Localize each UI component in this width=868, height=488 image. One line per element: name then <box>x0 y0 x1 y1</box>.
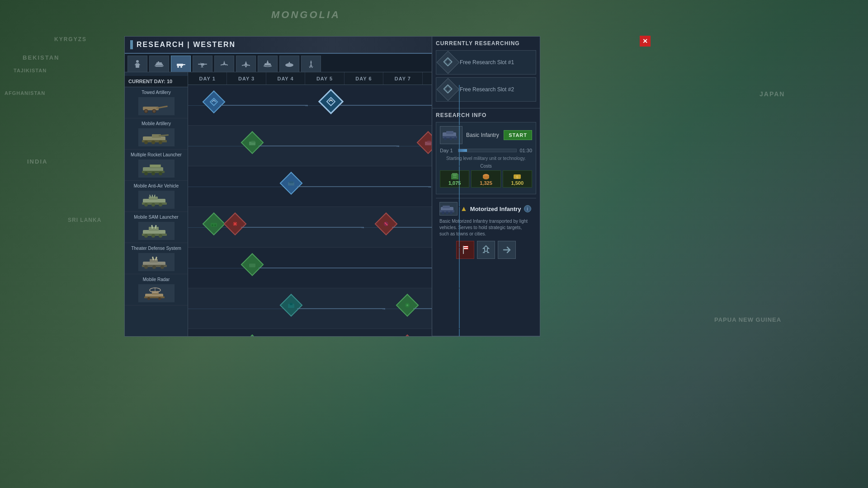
close-button[interactable]: ✕ <box>640 36 651 47</box>
map-label-mongolia: MONGOLIA <box>271 9 340 21</box>
sidebar-item-maav[interactable]: Mobile Anti-Air Vehicle <box>125 181 188 212</box>
svg-rect-152 <box>464 246 468 247</box>
cost-fuel-value: 1,325 <box>480 180 492 186</box>
svg-point-78 <box>151 234 155 238</box>
map-label-sri-lanka: SRI LANKA <box>68 217 101 223</box>
rank-icon: ▲ <box>460 205 467 213</box>
svg-point-93 <box>147 297 150 300</box>
day-header-3: DAY 3 <box>227 72 266 84</box>
sidebar-item-mrl[interactable]: Multiple Rocket Launcher <box>125 150 188 181</box>
svg-point-69 <box>144 203 148 206</box>
day-header-7: DAY 7 <box>383 72 422 84</box>
research-slot-1[interactable]: Free Research Slot #1 <box>436 50 536 75</box>
start-research-button[interactable]: START <box>504 130 532 140</box>
svg-rect-73 <box>149 227 159 231</box>
tech-node-ta-active[interactable] <box>318 89 344 114</box>
svg-point-94 <box>158 297 161 300</box>
svg-marker-33 <box>245 66 247 67</box>
svg-rect-25 <box>201 67 203 67</box>
tech-node-ta-1[interactable] <box>202 90 225 113</box>
svg-rect-100 <box>427 141 431 142</box>
tab-armor[interactable] <box>149 56 169 72</box>
tech-node-mr-1[interactable] <box>241 334 264 336</box>
tab-infantry[interactable] <box>127 56 147 72</box>
slot-1-label: Free Research Slot #1 <box>460 59 514 66</box>
tech-node-tds-1[interactable] <box>280 294 303 317</box>
tech-node-mr-2[interactable] <box>396 334 419 336</box>
cost-money-value: 1,500 <box>511 180 524 186</box>
tech-node-ma-1[interactable] <box>241 131 264 154</box>
tab-artillery[interactable] <box>171 56 191 72</box>
svg-point-21 <box>180 66 182 68</box>
svg-rect-104 <box>289 181 293 183</box>
research-info-section: RESEARCH INFO Basic Infantry START <box>432 108 540 336</box>
sidebar-item-tds[interactable]: Theater Defense System <box>125 243 188 274</box>
tab-submarine[interactable] <box>279 56 299 72</box>
tech-node-mrl-1[interactable] <box>280 172 303 195</box>
map-label-kyrgyzs: KYRGYZS <box>54 36 87 42</box>
sidebar-item-msl[interactable]: Mobile SAM Launcher <box>125 212 188 243</box>
svg-rect-140 <box>483 176 489 178</box>
svg-rect-135 <box>452 173 458 175</box>
svg-rect-38 <box>289 62 290 63</box>
sidebar-item-mobile-radar[interactable]: Mobile Radar <box>125 274 188 305</box>
maav-label: Mobile Anti-Air Vehicle <box>128 183 184 189</box>
msl-img <box>138 222 175 240</box>
svg-marker-28 <box>221 64 224 66</box>
day-header-4: DAY 4 <box>266 72 305 84</box>
tab-fighter[interactable] <box>214 56 234 72</box>
recycle-action-icon[interactable] <box>477 241 495 259</box>
tech-node-tds-2[interactable] <box>396 294 419 317</box>
svg-point-71 <box>159 203 162 206</box>
tech-node-maav-3[interactable] <box>375 212 398 235</box>
map-label-tajikistan: TAJIKISTAN <box>14 68 47 73</box>
day-progress: Day 1 01:30 <box>440 148 532 153</box>
svg-point-70 <box>151 203 155 206</box>
svg-marker-43 <box>311 66 313 68</box>
slot-2-icon <box>437 78 460 101</box>
tab-helicopter[interactable] <box>193 56 212 72</box>
svg-point-47 <box>152 109 156 113</box>
svg-marker-42 <box>309 66 311 68</box>
research-slot-2[interactable]: Free Research Slot #2 <box>436 77 536 102</box>
svg-rect-26 <box>200 63 201 63</box>
svg-rect-17 <box>158 61 159 63</box>
right-panel: ✕ CURRENTLY RESEARCHING Free Research Sl… <box>432 36 540 337</box>
tab-missile[interactable] <box>301 56 321 72</box>
svg-point-53 <box>151 141 155 144</box>
tab-ship[interactable] <box>258 56 278 72</box>
info-icon[interactable]: i <box>524 205 531 212</box>
map-label-bekistan: BEKISTAN <box>23 54 59 61</box>
day-progress-label: Day 1 <box>440 148 458 153</box>
tds-img <box>138 253 175 271</box>
unit-name-large: Motorized Infantry <box>470 206 521 212</box>
towed-artillery-label: Towed Artillery <box>128 90 184 95</box>
currently-researching-section: CURRENTLY RESEARCHING Free Research Slot… <box>432 37 540 108</box>
svg-point-146 <box>442 211 444 214</box>
svg-rect-105 <box>211 223 217 226</box>
svg-point-147 <box>446 211 448 214</box>
svg-rect-57 <box>150 165 160 166</box>
tab-bomber[interactable] <box>236 56 256 72</box>
sidebar-item-mobile-artillery[interactable]: Mobile Artillery <box>125 118 188 150</box>
svg-point-86 <box>152 265 156 269</box>
title-accent <box>130 40 133 49</box>
svg-rect-65 <box>152 195 153 197</box>
research-info-title: RESEARCH INFO <box>436 112 536 118</box>
arrow-action-icon[interactable] <box>498 241 516 259</box>
progress-time: 01:30 <box>519 148 532 153</box>
mobile-radar-img <box>138 284 175 302</box>
svg-rect-129 <box>446 131 453 134</box>
svg-rect-153 <box>464 248 468 249</box>
svg-text:$: $ <box>516 175 519 179</box>
tech-node-maav-2[interactable] <box>223 212 246 235</box>
tech-node-maav-1[interactable] <box>202 212 225 235</box>
svg-point-60 <box>144 172 148 175</box>
svg-point-20 <box>177 66 179 68</box>
slot-2-label: Free Research Slot #2 <box>460 86 514 93</box>
tech-node-msl-1[interactable] <box>241 253 264 276</box>
svg-point-79 <box>159 234 162 238</box>
sidebar-item-towed-artillery[interactable]: Towed Artillery <box>125 87 188 118</box>
map-label-india: INDIA <box>27 158 47 165</box>
svg-point-54 <box>159 141 162 144</box>
